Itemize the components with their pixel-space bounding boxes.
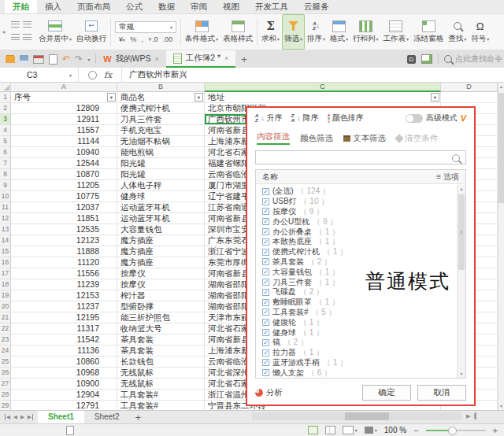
first-sheet-icon[interactable]: ◀ — [5, 414, 10, 420]
percent-format-icon[interactable]: % — [130, 35, 136, 43]
filter-list-scrollbar[interactable]: ▲ ≡ ▼ — [457, 185, 465, 378]
open-folder-icon[interactable] — [6, 56, 15, 63]
filter-list-item[interactable]: ✓工具套装#（ 5 ） — [262, 308, 457, 318]
cell-serial[interactable]: 10775 — [11, 191, 117, 202]
filter-list-item[interactable]: ✓茶具套装（ 2 ） — [262, 257, 457, 268]
number-format-select[interactable]: 常规▾ — [115, 21, 176, 33]
cell-serial[interactable]: 11557 — [11, 125, 117, 136]
checkbox-checked-icon[interactable]: ✓ — [262, 329, 269, 336]
checkbox-checked-icon[interactable]: ✓ — [262, 249, 269, 256]
filter-list-item[interactable]: ✓本散热底座（ 1 ） — [262, 237, 457, 247]
cell-serial[interactable]: 11144 — [11, 136, 117, 147]
sheet-tab[interactable]: Sheet2 — [84, 411, 130, 423]
cell-product[interactable]: 手机充电宝 — [117, 125, 205, 136]
prev-sheet-icon[interactable]: ◀ — [13, 414, 17, 420]
checkbox-checked-icon[interactable]: ✓ — [262, 228, 269, 235]
cell-product[interactable]: 工具套装# — [117, 390, 205, 401]
freeze-panes-button[interactable]: 冻结窗格 — [411, 14, 446, 50]
cell-product[interactable]: 按摩仪 — [117, 279, 205, 290]
cell-serial[interactable]: 11237 — [11, 301, 117, 312]
filter-dropdown-button[interactable]: ▾ — [431, 93, 439, 102]
row-header[interactable]: 29 — [0, 401, 11, 410]
tab-content-filter[interactable]: 内容筛选 — [257, 131, 290, 145]
last-sheet-icon[interactable]: ▶ — [28, 414, 33, 420]
sort-button[interactable]: AZ↓ 排序▾ — [305, 14, 328, 50]
cell-serial[interactable]: 12911 — [11, 114, 117, 125]
clear-conditions-button[interactable]: 清空条件 — [396, 133, 438, 144]
zoom-out-button[interactable]: − — [413, 426, 418, 435]
cell-serial[interactable]: 12904 — [11, 390, 117, 401]
sort-ascending-button[interactable]: AZ↓ 升序 — [255, 113, 283, 124]
analyze-button[interactable]: 分析 — [255, 387, 283, 398]
macro-record-icon[interactable] — [66, 426, 74, 435]
row-header[interactable]: 2 — [0, 103, 11, 114]
cell-product[interactable]: 茶具套装 — [117, 345, 205, 357]
scroll-up-icon[interactable]: ▲ — [498, 84, 504, 89]
select-all-corner[interactable] — [0, 83, 11, 92]
scroll-down-icon[interactable]: ▼ — [458, 371, 465, 376]
workspace-icon[interactable] — [421, 54, 432, 64]
row-header[interactable]: 28 — [0, 390, 11, 401]
cell-serial[interactable]: 11888 — [11, 246, 117, 257]
row-header[interactable]: 25 — [0, 357, 11, 368]
cell-product[interactable]: 刀具三件套 — [117, 114, 205, 125]
row-header[interactable]: 21 — [0, 312, 11, 323]
cell-product[interactable]: 人体电子秤 — [117, 180, 205, 191]
cell-serial[interactable]: 11120 — [11, 257, 117, 268]
cell-product[interactable]: 便携式榨汁机 — [117, 103, 205, 114]
cell-product[interactable]: 魔方插座 — [117, 235, 205, 246]
row-header[interactable]: 3 — [0, 114, 11, 125]
cell-serial[interactable]: 11317 — [11, 323, 117, 334]
checkbox-checked-icon[interactable]: ✓ — [262, 309, 269, 316]
checkbox-checked-icon[interactable]: ✓ — [262, 299, 269, 306]
cell-product[interactable]: 无油烟不粘锅 — [117, 136, 205, 147]
scroll-right-icon[interactable]: ▶ — [466, 412, 470, 420]
merge-center-button[interactable]: 合并居中▾ — [36, 14, 74, 50]
cell-product[interactable]: 阳光罐 — [117, 169, 205, 180]
row-header[interactable]: 22 — [0, 323, 11, 334]
name-box[interactable]: C3▾ — [0, 68, 79, 82]
filter-list-item[interactable]: ✓懒人支架（ 6 ） — [262, 368, 457, 378]
cell-serial[interactable]: 10860 — [11, 357, 117, 368]
cell-serial[interactable]: 11851 — [11, 213, 117, 224]
cell-serial[interactable]: 11136 — [11, 345, 117, 357]
cell-serial[interactable]: 12791 — [11, 401, 117, 410]
cell-product[interactable]: 无线鼠标 — [117, 379, 205, 390]
row-header[interactable]: 26 — [0, 368, 11, 379]
cell-product[interactable]: 魔方插座 — [117, 246, 205, 257]
cell-product[interactable]: 大容量钱包 — [117, 224, 205, 235]
table-style-button[interactable]: 表格样式 — [220, 14, 255, 50]
row-header[interactable]: 5 — [0, 136, 11, 147]
add-sheet-button[interactable]: + — [130, 412, 147, 423]
row-header[interactable]: 23 — [0, 334, 11, 345]
scrollbar-handle[interactable] — [498, 93, 504, 203]
menu-tab[interactable]: 公式 — [118, 0, 150, 13]
currency-format-icon[interactable]: ¥▾ — [119, 35, 125, 43]
cell-serial[interactable]: 12544 — [11, 158, 117, 169]
print-preview-icon[interactable] — [49, 54, 57, 65]
wrap-text-button[interactable]: ↩ 自动换行 — [74, 14, 109, 50]
checkbox-checked-icon[interactable]: ✓ — [262, 359, 269, 366]
header-cell-serial[interactable]: 序号▾ — [11, 92, 117, 103]
scroll-up-icon[interactable]: ▲ — [458, 187, 465, 191]
cell-product[interactable]: 茶具套装 — [117, 334, 205, 345]
filter-list-item[interactable]: ✓敷睡眠眼罩（ 1 ） — [262, 297, 457, 308]
column-header-b[interactable]: B — [117, 83, 205, 92]
filter-list-item[interactable]: ✓便携式榨汁机（ 1 ） — [262, 247, 457, 257]
print-icon[interactable] — [33, 55, 44, 64]
row-header[interactable]: 4 — [0, 125, 11, 136]
cell-serial[interactable]: 10900 — [11, 379, 117, 390]
row-header[interactable]: 19 — [0, 290, 11, 301]
advanced-mode-toggle[interactable] — [406, 114, 423, 123]
checkbox-checked-icon[interactable]: ✓ — [262, 369, 269, 376]
cell-serial[interactable]: 11556 — [11, 268, 117, 279]
sheet-tab[interactable]: Sheet1 — [38, 411, 84, 423]
align-left-icon[interactable] — [11, 34, 20, 40]
scrollbar-handle[interactable]: ≡ — [458, 194, 465, 270]
format-button[interactable]: 格式▾ — [328, 14, 350, 50]
checkbox-checked-icon[interactable]: ✓ — [262, 268, 269, 275]
find-button[interactable]: 查找▾ — [446, 14, 469, 50]
row-header[interactable]: 11 — [0, 202, 11, 213]
align-center-icon[interactable] — [23, 34, 32, 40]
filter-list-item[interactable]: ✓蓝牙游戏手柄（ 1 ） — [262, 358, 457, 368]
